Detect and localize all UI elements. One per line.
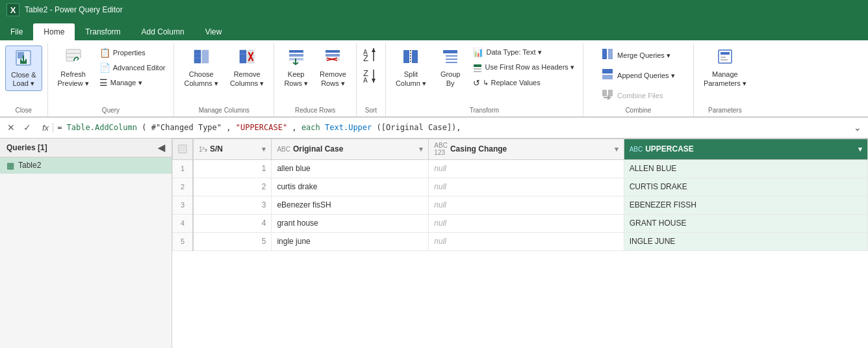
close-load-button[interactable]: Close &Load ▾: [5, 46, 42, 91]
col-uppercase-filter[interactable]: ▾: [858, 145, 862, 154]
row-num-1: 1: [173, 159, 194, 178]
svg-rect-48: [602, 90, 607, 96]
merge-queries-icon: [602, 48, 613, 62]
row-num-2: 2: [173, 178, 194, 196]
query-table: 1²₃ S/N ▾ ABC Original Case ▾: [172, 139, 868, 251]
col-original-filter[interactable]: ▾: [419, 145, 423, 154]
col-original-header[interactable]: ABC Original Case ▾: [272, 139, 429, 159]
title-bar: X Table2 - Power Query Editor: [0, 0, 868, 20]
data-table[interactable]: 1²₃ S/N ▾ ABC Original Case ▾: [172, 139, 868, 348]
cell-sn-4: 4: [193, 214, 272, 232]
split-column-button[interactable]: SplitColumn ▾: [391, 46, 431, 91]
formula-each: each: [301, 123, 320, 132]
svg-rect-6: [194, 50, 201, 63]
col-sn-filter[interactable]: ▾: [262, 145, 266, 154]
manage-columns-group-label: Manage Columns: [199, 105, 249, 115]
svg-rect-19: [289, 54, 303, 57]
sort-buttons: A Z Z A: [362, 46, 380, 87]
svg-rect-49: [608, 90, 613, 96]
svg-rect-21: [326, 50, 340, 53]
col-casing-header[interactable]: ABC123 Casing Change ▾: [429, 139, 624, 159]
svg-rect-44: [602, 49, 607, 59]
properties-button[interactable]: 📋 Properties: [96, 46, 169, 60]
combine-files-button[interactable]: Combine Files: [597, 87, 680, 105]
ribbon-group-transform: SplitColumn ▾ GroupBy: [386, 43, 583, 116]
tab-file[interactable]: File: [0, 23, 33, 40]
advanced-editor-label: Advanced Editor: [113, 64, 166, 72]
tab-home[interactable]: Home: [33, 23, 75, 40]
formula-text-upper: Text.Upper: [325, 123, 372, 132]
col-sn-type: 1²₃: [199, 146, 207, 153]
col-casing-type: ABC123: [434, 142, 448, 156]
reduce-rows-group-label: Reduce Rows: [295, 105, 335, 115]
window-title: Table2 - Power Query Editor: [25, 5, 123, 14]
col-casing-filter[interactable]: ▾: [615, 145, 619, 154]
merge-queries-label: Merge Queries ▾: [617, 51, 670, 60]
sidebar-item-table2[interactable]: ▦ Table2: [0, 157, 172, 174]
col-sn-header[interactable]: 1²₃ S/N ▾: [193, 139, 272, 159]
manage-button[interactable]: ☰ Manage ▾: [96, 75, 169, 90]
col-uppercase-name: UPPERCASE: [645, 144, 694, 154]
svg-rect-54: [179, 145, 186, 153]
sidebar-collapse-button[interactable]: ◀: [158, 142, 165, 153]
remove-rows-icon: [324, 48, 341, 69]
cancel-button[interactable]: ✕: [4, 120, 18, 135]
col-uppercase-header[interactable]: ABC UPPERCASE ▾: [624, 139, 867, 159]
svg-rect-34: [403, 50, 409, 63]
keep-rows-button[interactable]: KeepRows ▾: [279, 46, 313, 91]
tab-view[interactable]: View: [195, 23, 233, 40]
row-num-4: 4: [173, 214, 194, 232]
transform-group-label: Transform: [470, 105, 499, 115]
advanced-editor-icon: 📄: [99, 62, 110, 73]
sort-desc-button[interactable]: Z A: [362, 67, 380, 87]
group-by-icon: [442, 48, 459, 69]
parameters-group-label: Parameters: [708, 105, 742, 115]
remove-columns-icon: [238, 48, 255, 69]
choose-columns-button[interactable]: ChooseColumns ▾: [179, 46, 222, 91]
remove-columns-button[interactable]: RemoveColumns ▾: [225, 46, 268, 91]
cell-uppercase-2: CURTIS DRAKE: [624, 178, 867, 196]
confirm-button[interactable]: ✓: [20, 120, 34, 135]
tab-add-column[interactable]: Add Column: [131, 23, 195, 40]
tab-transform[interactable]: Transform: [75, 23, 131, 40]
query-group-label: Query: [102, 105, 120, 115]
ribbon-group-combine: Merge Queries ▾ Append Queries ▾: [583, 43, 694, 116]
manage-parameters-button[interactable]: ManageParameters ▾: [699, 46, 751, 91]
svg-rect-47: [602, 75, 613, 79]
combine-files-icon: [602, 89, 613, 103]
cell-original-1: allen blue: [272, 159, 429, 178]
replace-values-button[interactable]: ↺ ↳ Replace Values: [470, 76, 577, 90]
row-num-5: 5: [173, 232, 194, 250]
refresh-preview-button[interactable]: RefreshPreview ▾: [53, 46, 94, 91]
cell-uppercase-4: GRANT HOUSE: [624, 214, 867, 232]
keep-rows-label: KeepRows ▾: [284, 70, 308, 88]
svg-rect-22: [326, 54, 340, 57]
merge-queries-button[interactable]: Merge Queries ▾: [597, 46, 680, 64]
col-original-type: ABC: [277, 146, 290, 153]
cell-uppercase-5: INGLE JUNE: [624, 232, 867, 250]
ribbon: File Home Transform Add Column View: [0, 20, 868, 118]
cell-original-3: eBenezer fisSH: [272, 196, 429, 214]
data-type-button[interactable]: 📊 Data Type: Text ▾: [470, 46, 577, 59]
formula-expand-button[interactable]: ⌄: [851, 122, 864, 133]
svg-rect-46: [602, 69, 613, 74]
cell-sn-5: 5: [193, 232, 272, 250]
sort-asc-button[interactable]: A Z: [362, 46, 380, 66]
manage-parameters-label: ManageParameters ▾: [704, 70, 747, 88]
choose-columns-icon: [193, 48, 210, 69]
group-by-button[interactable]: GroupBy: [436, 46, 465, 91]
keep-rows-icon: [288, 48, 305, 69]
svg-rect-41: [474, 64, 481, 67]
close-load-icon: [14, 49, 32, 70]
table-row: 4 4 grant house null GRANT HOUSE: [173, 214, 868, 232]
first-row-icon: [473, 62, 482, 73]
data-type-icon: 📊: [473, 47, 483, 57]
cell-casing-5: null: [429, 232, 624, 250]
svg-rect-45: [608, 49, 613, 59]
first-row-headers-button[interactable]: Use First Row as Headers ▾: [470, 60, 577, 75]
advanced-editor-button[interactable]: 📄 Advanced Editor: [96, 60, 169, 75]
svg-rect-43: [474, 71, 481, 72]
cell-original-5: ingle june: [272, 232, 429, 250]
remove-rows-button[interactable]: RemoveRows ▾: [315, 46, 351, 91]
append-queries-button[interactable]: Append Queries ▾: [597, 66, 680, 85]
